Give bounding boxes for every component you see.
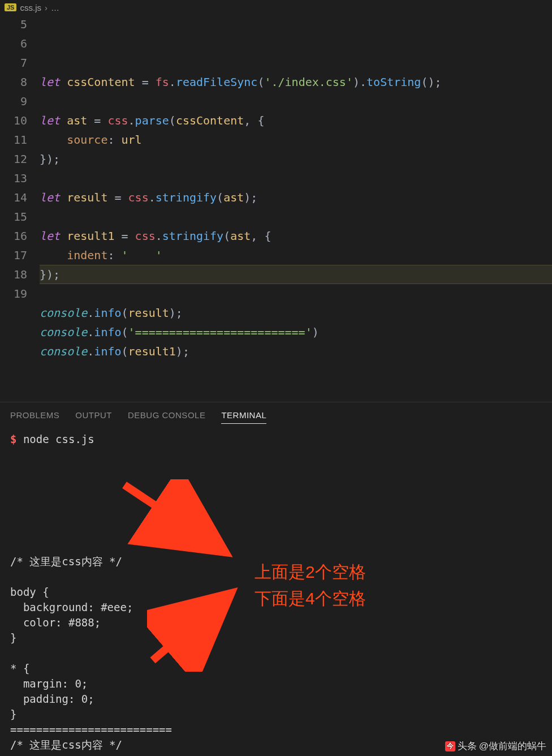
watermark-prefix: 头条 bbox=[458, 740, 477, 753]
terminal-line bbox=[10, 753, 542, 756]
code-line[interactable]: source: url bbox=[40, 130, 552, 149]
breadcrumb: JS css.js › … bbox=[0, 0, 552, 15]
toutiao-logo-icon: 今 bbox=[445, 741, 455, 751]
line-number: 9 bbox=[0, 92, 27, 111]
line-number: 11 bbox=[0, 130, 27, 149]
code-line[interactable]: let ast = css.parse(cssContent, { bbox=[40, 111, 552, 130]
panel-tab-problems[interactable]: PROBLEMS bbox=[10, 410, 59, 424]
annotation-label-top: 上面是2个空格 bbox=[255, 560, 366, 584]
terminal-line: } bbox=[10, 707, 542, 722]
line-number: 13 bbox=[0, 169, 27, 188]
terminal-prompt: $ bbox=[10, 433, 16, 445]
code-line[interactable]: }); bbox=[40, 149, 552, 169]
line-number: 19 bbox=[0, 284, 27, 303]
code-line[interactable] bbox=[40, 92, 552, 111]
code-editor[interactable]: 5678910111213141516171819 let cssContent… bbox=[0, 15, 552, 400]
line-number: 8 bbox=[0, 72, 27, 92]
line-number: 17 bbox=[0, 246, 27, 265]
line-number: 16 bbox=[0, 226, 27, 246]
code-line[interactable]: }); bbox=[40, 265, 552, 284]
code-line[interactable]: let cssContent = fs.readFileSync('./inde… bbox=[40, 72, 552, 92]
panel-tabs: PROBLEMSOUTPUTDEBUG CONSOLETERMINAL bbox=[0, 402, 552, 428]
panel-tab-debug-console[interactable]: DEBUG CONSOLE bbox=[128, 410, 205, 424]
code-line[interactable] bbox=[40, 284, 552, 303]
terminal-command-line: $ node css.js bbox=[10, 432, 542, 447]
js-file-icon: JS bbox=[5, 3, 16, 11]
line-number: 12 bbox=[0, 149, 27, 169]
breadcrumb-file[interactable]: css.js bbox=[20, 3, 41, 12]
line-number: 5 bbox=[0, 15, 27, 34]
panel-tab-output[interactable]: OUTPUT bbox=[75, 410, 112, 424]
annotation-arrow-top bbox=[119, 479, 243, 564]
panel-tab-terminal[interactable]: TERMINAL bbox=[221, 410, 266, 424]
chevron-right-icon: › bbox=[45, 3, 48, 12]
terminal-line: padding: 0; bbox=[10, 691, 542, 707]
line-number: 6 bbox=[0, 34, 27, 53]
annotation-label-bottom: 下面是4个空格 bbox=[255, 587, 366, 611]
line-number: 7 bbox=[0, 53, 27, 72]
line-number-gutter: 5678910111213141516171819 bbox=[0, 15, 40, 400]
code-line[interactable]: let result1 = css.stringify(ast, { bbox=[40, 226, 552, 246]
terminal-line: ========================= bbox=[10, 722, 542, 737]
code-area[interactable]: let cssContent = fs.readFileSync('./inde… bbox=[40, 15, 552, 400]
watermark-text: @做前端的蜗牛 bbox=[479, 740, 546, 753]
svg-line-0 bbox=[124, 485, 226, 553]
code-line[interactable]: console.info(result1); bbox=[40, 342, 552, 361]
terminal-line bbox=[10, 646, 542, 661]
code-line[interactable]: console.info(result); bbox=[40, 303, 552, 323]
code-line[interactable]: let result = css.stringify(ast); bbox=[40, 188, 552, 207]
terminal-output[interactable]: $ node css.js 上面是2个空格 下面是4个空格 /* 这里是css内… bbox=[0, 428, 552, 756]
terminal-command: node css.js bbox=[16, 433, 94, 445]
terminal-line: } bbox=[10, 630, 542, 646]
terminal-line: margin: 0; bbox=[10, 676, 542, 691]
bottom-panel: PROBLEMSOUTPUTDEBUG CONSOLETERMINAL $ no… bbox=[0, 402, 552, 756]
code-line[interactable] bbox=[40, 207, 552, 226]
line-number: 10 bbox=[0, 111, 27, 130]
line-number: 14 bbox=[0, 188, 27, 207]
code-line[interactable] bbox=[40, 169, 552, 188]
watermark: 今 头条 @做前端的蜗牛 bbox=[445, 740, 546, 753]
terminal-line: * { bbox=[10, 661, 542, 676]
line-number: 15 bbox=[0, 207, 27, 226]
terminal-line: color: #888; bbox=[10, 615, 542, 630]
breadcrumb-rest[interactable]: … bbox=[51, 3, 59, 12]
code-line[interactable]: console.info('========================='… bbox=[40, 323, 552, 342]
line-number: 18 bbox=[0, 265, 27, 284]
code-line[interactable]: indent: ' ' bbox=[40, 246, 552, 265]
